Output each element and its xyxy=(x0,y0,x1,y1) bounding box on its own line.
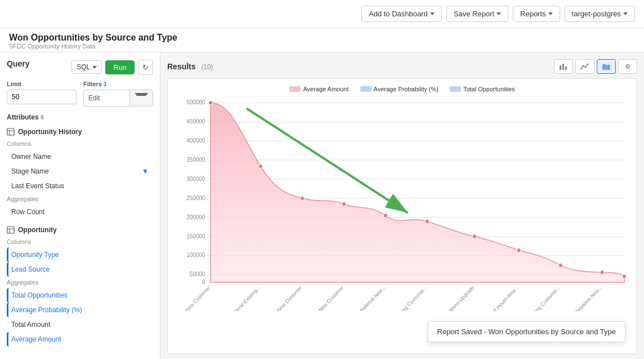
attribute-lead-source[interactable]: Lead Source xyxy=(7,262,153,277)
svg-text:250000: 250000 xyxy=(186,195,205,201)
table-opportunity-history: Opportunity History xyxy=(7,126,153,138)
svg-text:450000: 450000 xyxy=(186,118,205,125)
add-to-dashboard-button[interactable]: Add to Dashboard xyxy=(361,6,442,22)
reports-button[interactable]: Reports xyxy=(513,6,560,22)
attributes-section: Attributes 6 Opportunity History Columns… xyxy=(7,113,153,347)
attribute-total-amount[interactable]: Total Amount xyxy=(7,317,153,332)
table-opportunity: Opportunity xyxy=(7,224,153,236)
refresh-button[interactable]: ↻ xyxy=(138,60,153,75)
results-title: Results xyxy=(167,62,196,71)
filters-label-text: Filters xyxy=(83,81,102,87)
attribute-last-event-status[interactable]: Last Event Status xyxy=(7,179,153,193)
attribute-stage-name[interactable]: Stage Name ▼ xyxy=(7,164,153,179)
legend-avg-probability: Average Probability (%) xyxy=(360,86,439,92)
legend-label-avg-probability: Average Probability (%) xyxy=(374,86,439,92)
area-chart-button[interactable] xyxy=(597,59,616,74)
attribute-total-opportunities[interactable]: Total Opportunities xyxy=(7,288,153,303)
svg-text:200000: 200000 xyxy=(186,214,205,220)
columns-label-1: Columns xyxy=(7,140,153,147)
svg-point-46 xyxy=(558,263,562,267)
svg-text:Existing Customer...: Existing Customer... xyxy=(526,285,561,311)
svg-rect-6 xyxy=(560,65,561,70)
results-title-area: Results (10) xyxy=(167,62,213,71)
legend-color-total-opp xyxy=(450,86,461,92)
svg-text:300000: 300000 xyxy=(186,176,205,182)
main-layout: Query SQL Run ↻ Limit Filters 1 xyxy=(0,52,644,359)
results-header: Results (10) xyxy=(167,59,637,74)
columns-label-2: Columns xyxy=(7,238,153,245)
svg-text:Word of mouth-New...: Word of mouth-New... xyxy=(482,285,520,311)
db-label: target-postgres xyxy=(572,10,621,18)
database-selector-button[interactable]: target-postgres xyxy=(565,6,635,22)
legend-average-amount: Average Amount xyxy=(289,86,348,92)
page-title: Won Opportunities by Source and Type xyxy=(9,33,635,43)
legend-color-avg-probability xyxy=(360,86,372,92)
svg-point-12 xyxy=(587,64,589,65)
line-chart-button[interactable] xyxy=(575,59,594,74)
limit-label: Limit xyxy=(7,81,77,87)
attributes-header: Attributes 6 xyxy=(7,113,153,121)
svg-text:Partner-New Customer: Partner-New Customer xyxy=(175,285,212,311)
svg-point-44 xyxy=(472,234,476,238)
filter-selector[interactable]: Edit xyxy=(83,90,153,107)
attribute-row-count[interactable]: Row Count xyxy=(7,205,153,219)
chart-legend: Average Amount Average Probability (%) T… xyxy=(175,86,630,92)
chart-area: 500000 450000 400000 350000 300000 25000… xyxy=(175,97,630,311)
svg-text:Partner-Existing Customer...: Partner-Existing Customer... xyxy=(380,285,428,311)
query-panel-title: Query xyxy=(7,59,29,68)
attribute-owner-name[interactable]: Owner Name xyxy=(7,149,153,164)
sql-selector[interactable]: SQL xyxy=(71,60,102,74)
svg-text:150000: 150000 xyxy=(186,233,205,239)
toast-message: Report Saved - Won Opportunities by Sour… xyxy=(437,327,616,336)
svg-text:50000: 50000 xyxy=(190,271,205,277)
limit-input[interactable] xyxy=(7,90,77,104)
svg-point-15 xyxy=(627,66,628,67)
limit-group: Limit xyxy=(7,81,77,107)
chevron-down-icon xyxy=(497,12,501,15)
svg-text:Public Relations-Upgrade: Public Relations-Upgrade xyxy=(431,285,475,311)
filter-icon: ▼ xyxy=(142,167,149,175)
legend-label-average-amount: Average Amount xyxy=(303,86,348,92)
page-title-bar: Won Opportunities by Source and Type SFD… xyxy=(0,28,644,52)
page-subtitle: SFDC Opportunity History Data xyxy=(9,43,635,50)
svg-marker-13 xyxy=(602,64,610,70)
legend-color-average-amount xyxy=(289,86,301,92)
chevron-down-icon xyxy=(548,12,553,15)
svg-text:Relations-New...: Relations-New... xyxy=(573,285,603,311)
right-panel: Results (10) xyxy=(160,52,644,359)
attribute-average-probability[interactable]: Average Probability (%) xyxy=(7,303,153,317)
svg-text:100000: 100000 xyxy=(186,252,205,258)
chevron-down-icon xyxy=(623,12,628,15)
aggregates-label-2: Aggregates xyxy=(7,279,153,286)
chart-svg: 500000 450000 400000 350000 300000 25000… xyxy=(175,97,630,311)
table1-name: Opportunity History xyxy=(18,128,82,136)
filter-edit-label: Edit xyxy=(84,91,129,105)
filter-arrow-icon[interactable] xyxy=(129,90,153,106)
app-header: Add to Dashboard Save Report Reports tar… xyxy=(0,0,644,28)
table-icon xyxy=(7,128,15,136)
attribute-opportunity-type[interactable]: Oportunity Type xyxy=(7,247,153,262)
svg-point-38 xyxy=(209,101,213,105)
chart-type-buttons xyxy=(554,59,637,74)
query-top-bar: Query SQL Run ↻ xyxy=(7,59,153,75)
area-chart-icon xyxy=(602,62,611,71)
svg-point-11 xyxy=(585,67,587,68)
svg-rect-8 xyxy=(565,67,567,70)
svg-rect-0 xyxy=(7,128,14,135)
save-report-button[interactable]: Save Report xyxy=(446,6,508,22)
svg-point-41 xyxy=(342,202,346,206)
svg-point-42 xyxy=(383,214,387,218)
svg-text:External Referral-New...: External Referral-New... xyxy=(345,285,386,311)
svg-point-47 xyxy=(600,271,604,274)
bar-chart-button[interactable] xyxy=(554,59,573,74)
attribute-average-amount[interactable]: Average Amount xyxy=(7,332,153,347)
run-button[interactable]: Run xyxy=(105,60,135,74)
chevron-down-icon xyxy=(135,93,148,101)
svg-point-10 xyxy=(583,65,584,67)
filters-count: 1 xyxy=(104,81,107,87)
sql-label: SQL xyxy=(77,63,90,71)
line-chart-icon xyxy=(580,62,589,71)
results-count: (10) xyxy=(201,63,213,71)
settings-chart-button[interactable] xyxy=(618,59,637,74)
save-report-label: Save Report xyxy=(454,10,494,18)
